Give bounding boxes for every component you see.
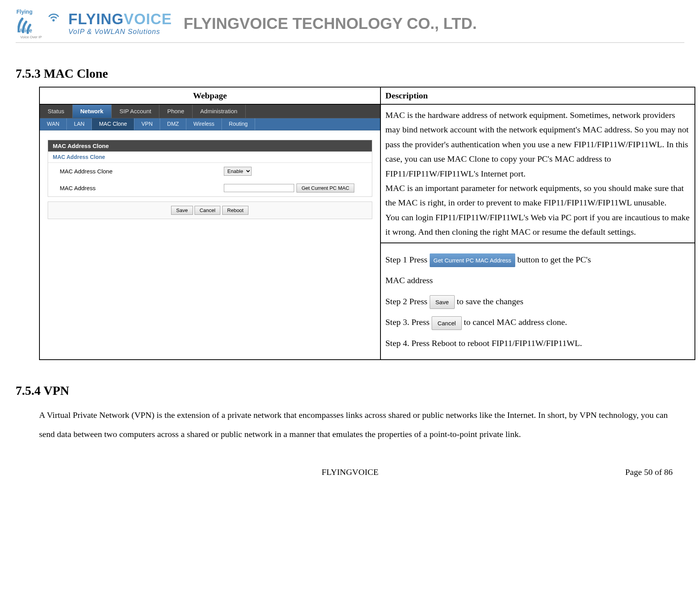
btn-get-current-mac[interactable]: Get Current PC MAC [296, 184, 354, 193]
label-mac-address: MAC Address [60, 185, 224, 191]
tabbar-sub: WAN LAN MAC Clone VPN DMZ Wireless Routi… [40, 118, 380, 130]
subtab-wan[interactable]: WAN [40, 118, 67, 130]
svg-point-0 [52, 19, 55, 21]
step4: Step 4. Press Reboot to reboot FIP11/FIP… [386, 335, 690, 351]
label-mac-clone: MAC Address Clone [60, 168, 224, 175]
company-name: FLYINGVOICE TECHNOLOGY CO., LTD. [184, 15, 477, 32]
description-text: MAC is the hardware address of network e… [380, 104, 695, 243]
btn-reboot[interactable]: Reboot [222, 206, 249, 215]
action-row: Save Cancel Reboot [48, 202, 372, 219]
logo-text-top: Flying [16, 9, 32, 15]
logo-left: Flying Voice Voice Over IP [16, 8, 62, 39]
step2-a: Step 2 Press [386, 296, 430, 306]
logo-right: FLYINGVOICE VoIP & VoWLAN Solutions [68, 11, 172, 36]
col-description: Description [380, 87, 695, 104]
subtab-routing[interactable]: Routing [222, 118, 255, 130]
brand-tag: VoIP & VoWLAN Solutions [68, 28, 172, 36]
document-header: Flying Voice Voice Over IP FLYINGVOICE V… [16, 8, 684, 43]
subtab-lan[interactable]: LAN [67, 118, 92, 130]
panel-section-label: MAC Address Clone [48, 152, 372, 163]
logo-text-bottom: Voice [18, 27, 32, 34]
step3-b: to cancel MAC address clone. [464, 317, 567, 327]
row-mac-clone-enable: MAC Address Clone Enable [48, 163, 372, 180]
step2-button-icon: Save [430, 295, 455, 309]
step3-button-icon: Cancel [432, 316, 462, 330]
tab-administration[interactable]: Administration [193, 105, 246, 118]
mac-clone-table: Webpage Description Status Network SIP A… [39, 87, 695, 360]
col-webpage: Webpage [39, 87, 380, 104]
footer: FLYINGVOICE Page 50 of 86 [16, 467, 684, 477]
mac-clone-panel: MAC Address Clone MAC Address Clone MAC … [48, 140, 372, 197]
tab-phone[interactable]: Phone [159, 105, 192, 118]
footer-right: Page 50 of 86 [457, 467, 673, 477]
panel-title: MAC Address Clone [48, 140, 372, 152]
subtab-mac-clone[interactable]: MAC Clone [92, 118, 134, 130]
section-heading-vpn: 7.5.4 VPN [16, 383, 684, 398]
row-mac-address: MAC Address Get Current PC MAC [48, 180, 372, 196]
subtab-wireless[interactable]: Wireless [186, 118, 222, 130]
section-heading-mac-clone: 7.5.3 MAC Clone [16, 66, 684, 81]
vpn-text: A Virtual Private Network (VPN) is the e… [39, 406, 684, 444]
step3-a: Step 3. Press [386, 317, 432, 327]
tab-sip-account[interactable]: SIP Account [112, 105, 159, 118]
webpage-screenshot: Status Network SIP Account Phone Adminis… [40, 105, 380, 219]
step1-b: button to get the PC's [517, 255, 591, 264]
input-mac-address[interactable] [224, 184, 294, 192]
btn-save[interactable]: Save [171, 206, 193, 215]
steps-cell: Step 1 Press Get Current PC MAC Address … [380, 243, 695, 360]
btn-cancel[interactable]: Cancel [195, 206, 220, 215]
tabbar-top: Status Network SIP Account Phone Adminis… [40, 105, 380, 118]
logo-wifi-icon [47, 10, 61, 25]
brand-part2: VOICE [124, 11, 172, 27]
step2-b: to save the changes [457, 296, 523, 306]
step1-a: Step 1 Press [386, 255, 430, 264]
tab-status[interactable]: Status [40, 105, 73, 118]
brand-part1: FLYING [68, 11, 124, 27]
step1-c: MAC address [386, 273, 690, 288]
tab-network[interactable]: Network [73, 105, 112, 118]
subtab-vpn[interactable]: VPN [134, 118, 160, 130]
step1-button-icon: Get Current PC MAC Address [430, 253, 515, 267]
logo-tagline: Voice Over IP [20, 35, 42, 39]
subtab-dmz[interactable]: DMZ [160, 118, 186, 130]
footer-center: FLYINGVOICE [243, 467, 458, 477]
select-mac-clone-enable[interactable]: Enable [224, 167, 252, 176]
